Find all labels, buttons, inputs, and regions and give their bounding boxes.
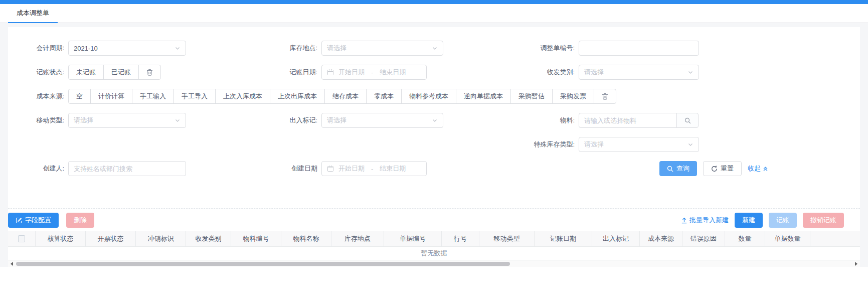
option-label: 逆向单据成本 (464, 92, 503, 101)
accounting-period-select[interactable]: 2021-10 (68, 41, 186, 56)
create-date-start-placeholder: 开始日期 (338, 164, 365, 173)
chevron-down-icon (687, 69, 693, 75)
movement-type-field: 移动类型: 请选择 (8, 113, 186, 128)
col-header-material-name: 物料名称 (281, 231, 331, 246)
special-stock-type-select[interactable]: 请选择 (579, 137, 699, 152)
creator-input[interactable] (68, 161, 186, 176)
create-date-label: 创建日期 (236, 161, 321, 176)
collapse-link[interactable]: 收起 (748, 164, 768, 173)
option-label: 上次入库成本 (223, 92, 262, 101)
special-stock-type-label: 特殊库存类型: (479, 137, 579, 152)
adjust-no-input[interactable] (579, 41, 699, 56)
chevron-down-icon (687, 141, 693, 147)
trash-icon (602, 93, 608, 100)
unpost-button[interactable]: 撤销记账 (803, 213, 844, 228)
cost-source-option-balance-cost[interactable]: 结存成本 (324, 89, 367, 104)
material-search-button[interactable] (676, 113, 699, 128)
select-all-checkbox[interactable] (18, 235, 25, 242)
cost-source-option-reverse-doc[interactable]: 逆向单据成本 (456, 89, 511, 104)
accounting-period-field: 会计周期: 2021-10 (8, 41, 186, 56)
scroll-left-arrow[interactable] (8, 260, 16, 267)
creator-field: 创建人: (8, 161, 186, 176)
content-area: 会计周期: 2021-10 库存地点: 请选择 (0, 23, 868, 267)
delete-label: 删除 (74, 216, 87, 225)
cost-source-option-last-outbound[interactable]: 上次出库成本 (270, 89, 325, 104)
posting-status-field: 记账状态: 未记账 已记账 (8, 65, 161, 80)
col-header-quantity: 数量 (725, 231, 765, 246)
storage-location-label: 库存地点: (236, 41, 321, 56)
post-button[interactable]: 记账 (769, 213, 797, 228)
post-label: 记账 (776, 216, 789, 225)
create-button[interactable]: 新建 (735, 213, 763, 228)
receipt-category-select[interactable]: 请选择 (579, 65, 699, 80)
posting-status-option-unposted[interactable]: 未记账 (68, 65, 104, 80)
chevron-down-icon (175, 45, 181, 51)
filter-row-3: 成本来源: 空 计价计算 手工输入 手工导入 上次入库成本 上次出库成本 结存成… (8, 84, 860, 108)
reset-button[interactable]: 重置 (703, 161, 742, 176)
scroll-right-arrow[interactable] (852, 260, 860, 267)
material-input[interactable] (579, 113, 677, 128)
section-divider (8, 208, 860, 209)
cost-source-option-purchase-estimate[interactable]: 采购暂估 (510, 89, 553, 104)
col-header-invoice-status: 开票状态 (86, 231, 136, 246)
cost-source-option-empty[interactable]: 空 (68, 89, 91, 104)
search-button-label: 查询 (676, 164, 689, 173)
movement-type-select[interactable]: 请选择 (68, 113, 186, 128)
inout-flag-label: 出入标记: (236, 113, 321, 128)
receipt-category-label: 收发类别: (479, 65, 579, 80)
cost-source-option-manual-import[interactable]: 手工导入 (173, 89, 216, 104)
storage-location-field: 库存地点: 请选择 (236, 41, 443, 56)
receipt-category-placeholder: 请选择 (584, 68, 604, 77)
cost-source-option-last-inbound[interactable]: 上次入库成本 (215, 89, 270, 104)
create-date-range-picker[interactable]: 开始日期 - 结束日期 (321, 161, 427, 176)
option-label: 未记账 (76, 68, 96, 77)
movement-type-placeholder: 请选择 (74, 116, 93, 125)
scrollbar-thumb[interactable] (16, 262, 510, 266)
chevron-down-icon (175, 117, 181, 123)
filter-form: 会计周期: 2021-10 库存地点: 请选择 (8, 27, 860, 181)
search-icon (684, 117, 691, 124)
col-header-doc-no: 单据编号 (384, 231, 442, 246)
storage-location-select[interactable]: 请选择 (321, 41, 443, 56)
col-header-error-reason: 错误原因 (682, 231, 725, 246)
batch-import-link[interactable]: 批量导入新建 (681, 216, 729, 225)
posting-date-label: 记账日期: (236, 65, 321, 80)
filter-row-4: 移动类型: 请选择 出入标记: 请选择 物料 (8, 108, 860, 132)
posting-date-field: 记账日期: 开始日期 - 结束日期 (236, 65, 427, 80)
creator-label: 创建人: (8, 161, 68, 176)
cost-source-option-valuation-calc[interactable]: 计价计算 (90, 89, 132, 104)
table-empty-state: 暂无数据 (8, 247, 860, 260)
option-label: 手工导入 (182, 92, 208, 101)
col-header-cost-source: 成本来源 (640, 231, 682, 246)
option-label: 已记账 (111, 68, 131, 77)
create-date-field: 创建日期 开始日期 - 结束日期 (236, 161, 427, 176)
cost-source-option-material-ref[interactable]: 物料参考成本 (401, 89, 456, 104)
delete-button[interactable]: 删除 (66, 213, 94, 228)
cost-source-option-manual-input[interactable]: 手工输入 (132, 89, 174, 104)
date-separator: - (371, 165, 373, 173)
cost-source-option-zero-cost[interactable]: 零成本 (366, 89, 402, 104)
calendar-icon (327, 69, 334, 76)
option-label: 上次出库成本 (278, 92, 317, 101)
horizontal-scrollbar[interactable] (8, 260, 860, 267)
tab-cost-adjustment[interactable]: 成本调整单 (8, 4, 58, 23)
option-label: 物料参考成本 (409, 92, 448, 101)
col-header-inout-flag: 出入标记 (592, 231, 640, 246)
option-label: 空 (76, 92, 83, 101)
posting-status-clear-button[interactable] (138, 65, 161, 80)
cost-source-option-purchase-invoice[interactable]: 采购发票 (552, 89, 594, 104)
option-label: 手工输入 (140, 92, 166, 101)
field-config-button[interactable]: 字段配置 (8, 213, 59, 228)
inout-flag-select[interactable]: 请选择 (321, 113, 443, 128)
posting-date-range-picker[interactable]: 开始日期 - 结束日期 (321, 65, 427, 80)
tab-bar: 成本调整单 (0, 4, 868, 23)
toolbar-right: 批量导入新建 新建 记账 撤销记账 (681, 213, 844, 228)
col-header-accounting-status: 核算状态 (36, 231, 86, 246)
search-button[interactable]: 查询 (659, 161, 697, 176)
toolbar-left: 字段配置 删除 (8, 213, 94, 228)
cost-source-clear-button[interactable] (594, 89, 616, 104)
upload-icon (681, 217, 687, 224)
inout-flag-field: 出入标记: 请选择 (236, 113, 443, 128)
create-label: 新建 (742, 216, 755, 225)
posting-status-option-posted[interactable]: 已记账 (103, 65, 139, 80)
